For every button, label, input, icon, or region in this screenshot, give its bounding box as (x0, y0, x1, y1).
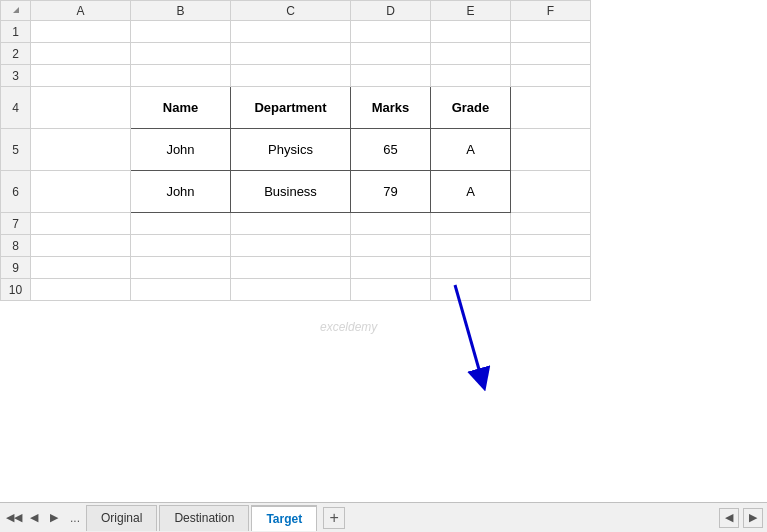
cell-e5-grade[interactable]: A (431, 129, 511, 171)
cell-b1[interactable] (131, 21, 231, 43)
cell-a2[interactable] (31, 43, 131, 65)
table-row: 5 John Physics 65 A (1, 129, 591, 171)
table-row: 10 (1, 279, 591, 301)
tab-nav-first[interactable]: ◀◀ (4, 508, 24, 528)
cell-a5[interactable] (31, 129, 131, 171)
cell-f3[interactable] (511, 65, 591, 87)
tab-right-controls: ◀ ▶ (719, 508, 763, 528)
row-header-2[interactable]: 2 (1, 43, 31, 65)
cell-f5[interactable] (511, 129, 591, 171)
cell-d2[interactable] (351, 43, 431, 65)
cell-f4[interactable] (511, 87, 591, 129)
cell-c9[interactable] (231, 257, 351, 279)
row-header-3[interactable]: 3 (1, 65, 31, 87)
cell-c5-dept[interactable]: Physics (231, 129, 351, 171)
row-header-6[interactable]: 6 (1, 171, 31, 213)
cell-c4-dept-header[interactable]: Department (231, 87, 351, 129)
cell-a8[interactable] (31, 235, 131, 257)
tab-bar: ◀◀ ◀ ▶ ... Original Destination Target +… (0, 502, 767, 532)
cell-f1[interactable] (511, 21, 591, 43)
cell-d3[interactable] (351, 65, 431, 87)
col-header-a[interactable]: A (31, 1, 131, 21)
row-header-4[interactable]: 4 (1, 87, 31, 129)
spreadsheet-grid: A B C D E F 1 (0, 0, 591, 301)
cell-e7[interactable] (431, 213, 511, 235)
cell-e1[interactable] (431, 21, 511, 43)
cell-d7[interactable] (351, 213, 431, 235)
col-header-e[interactable]: E (431, 1, 511, 21)
sheet-tab-target[interactable]: Target (251, 505, 317, 531)
cell-e8[interactable] (431, 235, 511, 257)
col-header-b[interactable]: B (131, 1, 231, 21)
cell-c10[interactable] (231, 279, 351, 301)
cell-e4-grade-header[interactable]: Grade (431, 87, 511, 129)
cell-b5-name[interactable]: John (131, 129, 231, 171)
col-header-f[interactable]: F (511, 1, 591, 21)
cell-f9[interactable] (511, 257, 591, 279)
cell-b7[interactable] (131, 213, 231, 235)
cell-b8[interactable] (131, 235, 231, 257)
row-header-8[interactable]: 8 (1, 235, 31, 257)
cell-e9[interactable] (431, 257, 511, 279)
cell-b2[interactable] (131, 43, 231, 65)
cell-a9[interactable] (31, 257, 131, 279)
table-row: 2 (1, 43, 591, 65)
row-header-5[interactable]: 5 (1, 129, 31, 171)
tab-nav-next[interactable]: ▶ (44, 508, 64, 528)
cell-e2[interactable] (431, 43, 511, 65)
row-header-7[interactable]: 7 (1, 213, 31, 235)
cell-d5-marks[interactable]: 65 (351, 129, 431, 171)
cell-d8[interactable] (351, 235, 431, 257)
col-header-c[interactable]: C (231, 1, 351, 21)
cell-a3[interactable] (31, 65, 131, 87)
cell-f7[interactable] (511, 213, 591, 235)
table-row: 8 (1, 235, 591, 257)
cell-b6-name[interactable]: John (131, 171, 231, 213)
cell-f6[interactable] (511, 171, 591, 213)
cell-c6-dept[interactable]: Business (231, 171, 351, 213)
cell-c2[interactable] (231, 43, 351, 65)
cell-a4[interactable] (31, 87, 131, 129)
cell-c7[interactable] (231, 213, 351, 235)
row-header-9[interactable]: 9 (1, 257, 31, 279)
cell-e10[interactable] (431, 279, 511, 301)
cell-a10[interactable] (31, 279, 131, 301)
cell-f10[interactable] (511, 279, 591, 301)
cell-b4-name-header[interactable]: Name (131, 87, 231, 129)
cell-d6-marks[interactable]: 79 (351, 171, 431, 213)
cell-b10[interactable] (131, 279, 231, 301)
cell-c1[interactable] (231, 21, 351, 43)
cell-a7[interactable] (31, 213, 131, 235)
svg-marker-2 (13, 7, 19, 13)
cell-f2[interactable] (511, 43, 591, 65)
table-row: 1 (1, 21, 591, 43)
cell-a6[interactable] (31, 171, 131, 213)
cell-b3[interactable] (131, 65, 231, 87)
sheet-tab-original[interactable]: Original (86, 505, 157, 531)
col-header-d[interactable]: D (351, 1, 431, 21)
tab-scroll-left[interactable]: ◀ (719, 508, 739, 528)
cell-d1[interactable] (351, 21, 431, 43)
table-row: 9 (1, 257, 591, 279)
cell-b9[interactable] (131, 257, 231, 279)
tab-nav-prev[interactable]: ◀ (24, 508, 44, 528)
add-sheet-button[interactable]: + (323, 507, 345, 529)
cell-f8[interactable] (511, 235, 591, 257)
cell-c8[interactable] (231, 235, 351, 257)
cell-e3[interactable] (431, 65, 511, 87)
table-row: 6 John Business 79 A (1, 171, 591, 213)
cell-d4-marks-header[interactable]: Marks (351, 87, 431, 129)
tab-ellipsis[interactable]: ... (64, 511, 86, 525)
corner-triangle-icon (11, 5, 21, 15)
grid-wrapper: exceldemy A B (0, 0, 767, 502)
cell-c3[interactable] (231, 65, 351, 87)
row-header-1[interactable]: 1 (1, 21, 31, 43)
cell-e6-grade[interactable]: A (431, 171, 511, 213)
sheet-tab-destination[interactable]: Destination (159, 505, 249, 531)
cell-d10[interactable] (351, 279, 431, 301)
cell-d9[interactable] (351, 257, 431, 279)
corner-header (1, 1, 31, 21)
tab-scroll-right[interactable]: ▶ (743, 508, 763, 528)
cell-a1[interactable] (31, 21, 131, 43)
row-header-10[interactable]: 10 (1, 279, 31, 301)
